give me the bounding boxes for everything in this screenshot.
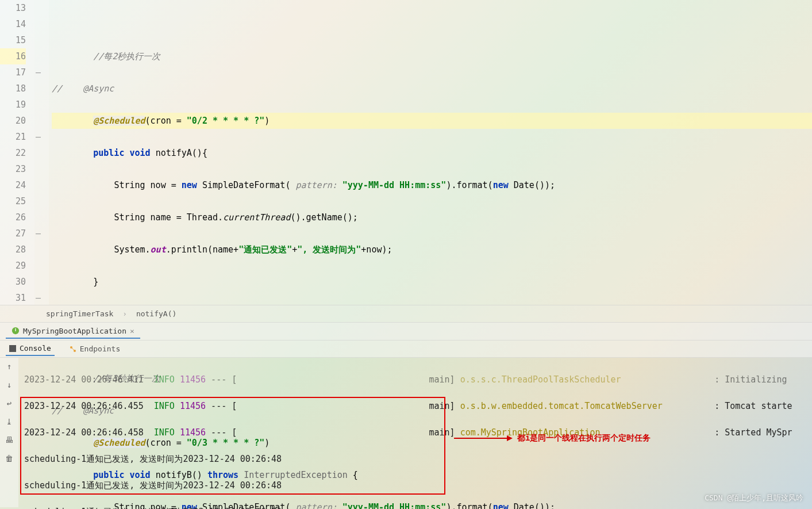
tab-console[interactable]: Console <box>6 342 55 356</box>
line-number-gutter: 13 14 15 16 17 18 19 20 21 22 23 24 25 2… <box>0 0 34 305</box>
comment-text: //每2秒执行一次 <box>93 51 160 62</box>
arrow-icon <box>454 438 511 439</box>
scheduled-annotation: @Scheduled <box>93 116 145 126</box>
code-editor[interactable]: 13 14 15 16 17 18 19 20 21 22 23 24 25 2… <box>0 0 812 305</box>
scroll-up-icon[interactable]: ↑ <box>4 361 14 372</box>
console-toolbar: ↑ ↓ ↩ ⤓ 🖶 🗑 <box>0 358 18 507</box>
console-line: scheduling-1通知已发送, 发送时间为2023-12-24 00:26… <box>24 479 806 492</box>
scroll-to-end-icon[interactable]: ⤓ <box>4 416 14 427</box>
annotation-text: 都i是同一个线程在执行两个定时任务 <box>517 433 651 443</box>
console-output[interactable]: 2023-12-24 00:26:46.411 INFO 11456 --- [… <box>18 358 812 507</box>
spring-boot-icon <box>11 327 20 335</box>
annotation-arrow: 都i是同一个线程在执行两个定时任务 <box>454 433 651 443</box>
trash-icon[interactable]: 🗑 <box>4 453 14 464</box>
console-icon <box>9 345 16 352</box>
scroll-down-icon[interactable]: ↓ <box>4 380 14 390</box>
fold-column[interactable]: – – – – <box>34 0 49 305</box>
console-panel: ↑ ↓ ↩ ⤓ 🖶 🗑 2023-12-24 00:26:46.411 INFO… <box>0 358 812 507</box>
watermark-text: CSDN @陌上少年,且听这风吟 <box>705 493 803 503</box>
console-line: scheduling-1通知已发送, 发送时间为2023-12-24 00:26… <box>24 453 806 466</box>
print-icon[interactable]: 🖶 <box>4 435 14 445</box>
console-line: scheduling-1通知已发送, 发送时间为2023-12-24 00:26… <box>24 506 806 509</box>
code-area[interactable]: //每2秒执行一次 // @Async @Scheduled(cron = "0… <box>49 0 812 305</box>
soft-wrap-icon[interactable]: ↩ <box>4 398 14 408</box>
